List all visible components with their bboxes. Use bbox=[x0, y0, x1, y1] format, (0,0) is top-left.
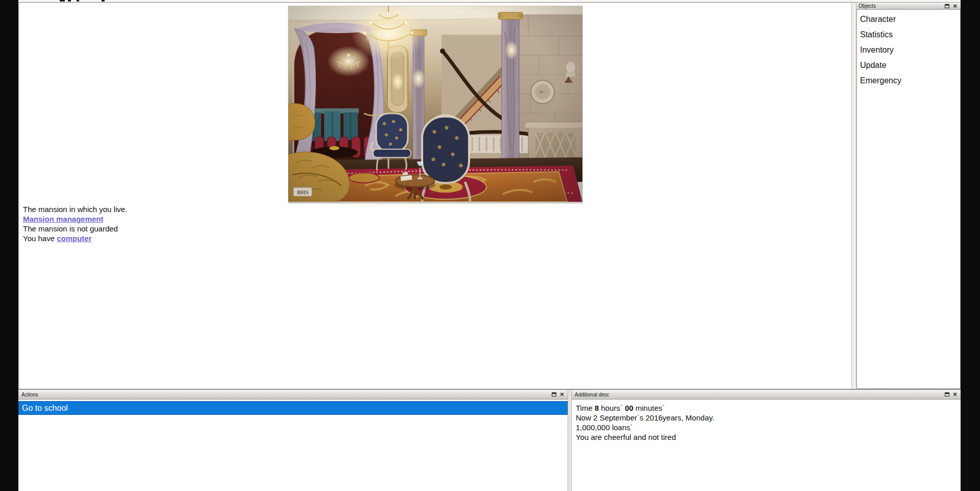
text-segment: 1,000,000 loans` bbox=[576, 423, 633, 432]
additional-desc-panel: Additional desc × Time 8 hours` 00 minut… bbox=[572, 390, 961, 491]
objects-list-item[interactable]: Character bbox=[857, 12, 960, 27]
location-description: The mansion in which you live.Mansion ma… bbox=[23, 204, 851, 243]
text-segment: Time bbox=[576, 404, 595, 412]
text-segment: Now 2 September`s 2016years, Monday. bbox=[576, 413, 715, 422]
mansion-photo-art: BHS bbox=[288, 6, 582, 202]
action-item[interactable]: Go to school bbox=[18, 401, 568, 415]
close-icon[interactable]: × bbox=[558, 391, 566, 398]
cropped-menu-text bbox=[68, 0, 71, 2]
float-icon-glyph bbox=[945, 4, 949, 8]
additional-desc-text: Time 8 hours` 00 minutes`Now 2 September… bbox=[572, 400, 961, 489]
objects-panel: Objects × CharacterStatisticsInventoryUp… bbox=[856, 3, 961, 389]
text-line: The mansion in which you live. bbox=[23, 204, 851, 214]
float-icon-glyph bbox=[945, 392, 949, 396]
objects-list-item[interactable]: Update bbox=[857, 58, 960, 73]
actions-panel-header: Actions × bbox=[18, 390, 568, 400]
objects-panel-title: Objects bbox=[859, 3, 942, 9]
cropped-menu-text bbox=[60, 0, 65, 2]
text-segment: The mansion is not guarded bbox=[23, 224, 118, 233]
text-line: You are cheerful and not tired bbox=[576, 432, 961, 442]
close-icon[interactable]: × bbox=[951, 3, 959, 9]
text-segment: minutes` bbox=[633, 404, 665, 412]
panel-splitter-vertical[interactable] bbox=[851, 3, 856, 389]
photo-watermark: BHS bbox=[293, 188, 312, 196]
actions-panel-title: Actions bbox=[21, 392, 549, 398]
objects-panel-header: Objects × bbox=[856, 3, 961, 10]
cropped-menu-text bbox=[102, 0, 105, 2]
location-photo: BHS bbox=[288, 6, 583, 203]
panel-splitter-vertical[interactable] bbox=[568, 390, 572, 491]
text-line: Now 2 September`s 2016years, Monday. bbox=[576, 413, 961, 423]
text-line: The mansion is not guarded bbox=[23, 224, 851, 233]
game-link[interactable]: computer bbox=[57, 234, 91, 243]
cropped-menu-bar bbox=[18, 0, 961, 3]
text-segment: You have bbox=[23, 234, 57, 243]
main-text-panel: BHS The mansion in which you live.Mansio… bbox=[19, 3, 851, 389]
game-link[interactable]: Mansion management bbox=[23, 215, 104, 223]
text-line: Mansion management bbox=[23, 214, 851, 224]
text-segment: You are cheerful and not tired bbox=[576, 433, 676, 441]
additional-panel-header: Additional desc × bbox=[572, 390, 961, 400]
objects-list-item[interactable]: Inventory bbox=[857, 42, 960, 58]
objects-list-item[interactable]: Statistics bbox=[857, 27, 960, 42]
svg-text:BHS: BHS bbox=[297, 189, 308, 195]
float-icon-glyph bbox=[552, 392, 556, 396]
text-segment: The mansion in which you live. bbox=[23, 205, 127, 214]
objects-list: CharacterStatisticsInventoryUpdateEmerge… bbox=[856, 10, 961, 389]
float-window-icon[interactable] bbox=[943, 3, 950, 9]
cropped-menu-text bbox=[77, 0, 79, 2]
desktop-background: { "window": { "background_color": "#0c0c… bbox=[0, 0, 980, 491]
text-segment: 00 bbox=[625, 404, 633, 412]
text-line: 1,000,000 loans` bbox=[576, 423, 961, 432]
actions-panel: Actions × Go to school bbox=[18, 390, 568, 491]
float-window-icon[interactable] bbox=[550, 391, 557, 398]
additional-panel-title: Additional desc bbox=[575, 392, 942, 398]
actions-list: Go to school bbox=[18, 400, 568, 489]
objects-list-item[interactable]: Emergency bbox=[857, 73, 960, 88]
text-line: Time 8 hours` 00 minutes` bbox=[576, 403, 961, 413]
text-segment: hours` bbox=[599, 404, 625, 412]
close-icon[interactable]: × bbox=[951, 391, 959, 398]
text-line: You have computer bbox=[23, 233, 851, 243]
float-window-icon[interactable] bbox=[943, 391, 950, 398]
